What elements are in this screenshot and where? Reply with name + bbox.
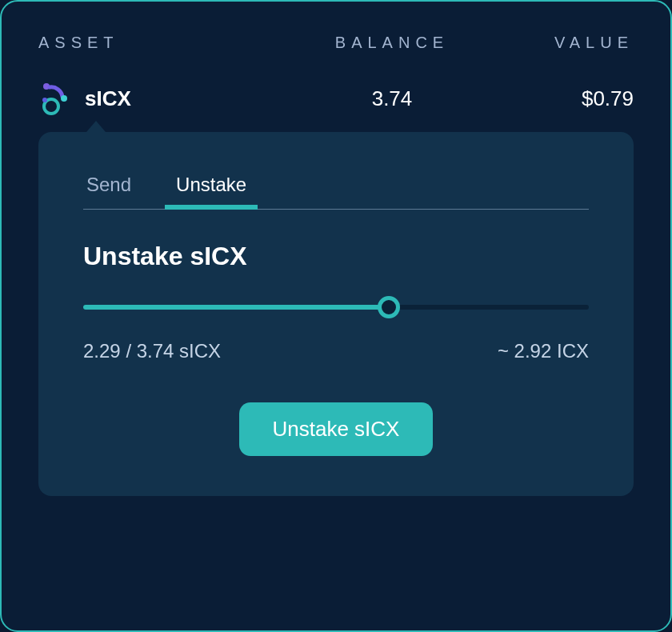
asset-row[interactable]: sICX 3.74 $0.79: [38, 81, 634, 116]
asset-value: $0.79: [490, 86, 634, 111]
asset-panel: ASSET BALANCE VALUE sICX 3.74 $0.79 Send: [0, 0, 672, 632]
amount-slider[interactable]: [83, 295, 589, 319]
slider-thumb[interactable]: [378, 296, 400, 318]
slider-fill: [83, 305, 389, 310]
svg-point-3: [42, 98, 47, 102]
header-balance: BALANCE: [294, 34, 490, 52]
section-title: Unstake sICX: [83, 242, 589, 271]
header-value: VALUE: [490, 34, 634, 52]
expand-arrow: [86, 121, 634, 132]
header-asset: ASSET: [38, 34, 294, 52]
slider-values: 2.29 / 3.74 sICX ~ 2.92 ICX: [83, 340, 589, 362]
tab-unstake[interactable]: Unstake: [173, 164, 250, 209]
equivalent-amount: ~ 2.92 ICX: [498, 340, 589, 362]
unstake-button[interactable]: Unstake sICX: [239, 402, 434, 456]
expand-card: Send Unstake Unstake sICX 2.29 / 3.74 sI…: [38, 132, 634, 496]
asset-balance: 3.74: [294, 86, 490, 111]
svg-point-1: [61, 95, 67, 102]
sicx-icon: [38, 81, 74, 116]
selected-amount: 2.29 / 3.74 sICX: [83, 340, 221, 362]
tab-send[interactable]: Send: [83, 164, 134, 209]
tabs: Send Unstake: [83, 164, 589, 210]
asset-name: sICX: [85, 86, 131, 111]
table-header: ASSET BALANCE VALUE: [38, 34, 634, 52]
